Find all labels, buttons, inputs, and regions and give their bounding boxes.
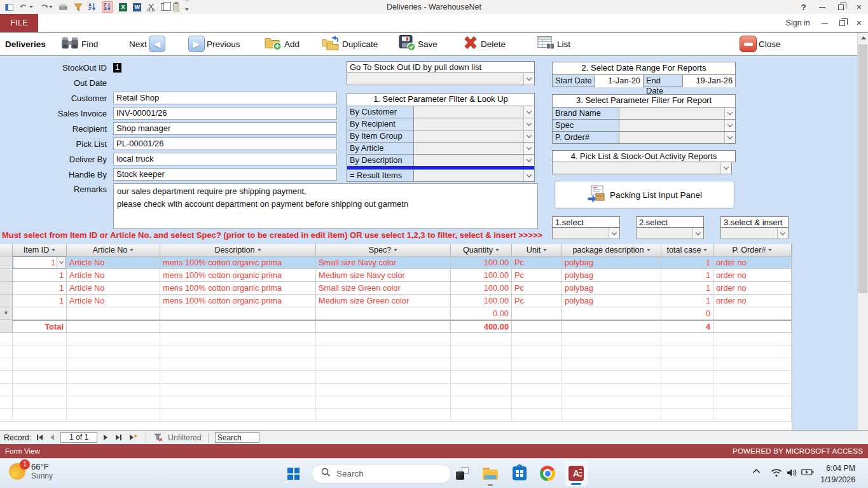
- grid-cell[interactable]: [316, 307, 451, 320]
- grid-cell[interactable]: 100.00: [451, 269, 512, 282]
- grid-cell[interactable]: order no: [713, 282, 792, 295]
- remarks-field[interactable]: our sales department require pre shippin…: [113, 183, 538, 229]
- column-header-description[interactable]: Description: [160, 244, 316, 256]
- chevron-down-icon[interactable]: [692, 228, 703, 239]
- grid-cell[interactable]: Small size Green color: [316, 282, 451, 295]
- chrome-button[interactable]: [539, 465, 556, 482]
- column-header-total-case[interactable]: total case: [661, 244, 713, 256]
- minimize-button[interactable]: [819, 7, 825, 8]
- grid-row[interactable]: 1 Article No mens 100% cotton organic pr…: [0, 295, 792, 307]
- pick-list-field[interactable]: PL-00001/26: [113, 137, 337, 150]
- vertical-scrollbar[interactable]: [857, 32, 868, 444]
- close-form-button[interactable]: Close: [740, 36, 781, 52]
- result-items-combo[interactable]: [414, 170, 534, 181]
- find-button[interactable]: Find: [60, 36, 98, 53]
- doc-minimize-button[interactable]: [822, 23, 828, 24]
- p-order-combo[interactable]: [619, 132, 735, 143]
- by-recipient-combo[interactable]: [414, 118, 534, 130]
- chevron-down-icon[interactable]: [523, 170, 534, 181]
- chevron-down-icon[interactable]: [724, 108, 735, 119]
- grid-cell[interactable]: Article No: [67, 269, 160, 282]
- grid-cell[interactable]: [512, 307, 562, 320]
- by-description-combo[interactable]: [414, 155, 534, 166]
- file-tab[interactable]: FILE: [0, 14, 38, 32]
- grid-row[interactable]: 1 Article No mens 100% cotton organic pr…: [0, 282, 792, 295]
- chevron-down-icon[interactable]: [523, 106, 534, 118]
- save-button[interactable]: Save: [399, 35, 437, 53]
- microsoft-store-button[interactable]: [511, 465, 528, 482]
- by-article-combo[interactable]: [414, 143, 534, 154]
- row-selector[interactable]: [0, 295, 13, 307]
- grid-cell[interactable]: 1: [661, 256, 713, 269]
- grid-cell[interactable]: 1: [13, 295, 67, 307]
- grid-cell[interactable]: Medium size Navy color: [316, 269, 451, 282]
- scroll-up-arrow[interactable]: [858, 32, 868, 43]
- list-button[interactable]: List: [537, 36, 570, 53]
- sales-invoice-field[interactable]: INV-00001/26: [113, 107, 337, 120]
- column-header-item-id[interactable]: Item ID: [13, 244, 67, 256]
- grid-cell[interactable]: mens 100% cotton organic prima: [160, 269, 316, 282]
- column-header-spec[interactable]: Spec?: [316, 244, 451, 256]
- first-record-button[interactable]: [35, 433, 44, 443]
- packing-list-button[interactable]: Packing List Input Panel: [555, 181, 734, 209]
- sign-in-link[interactable]: Sign in: [786, 18, 810, 27]
- column-header-p-order[interactable]: P. Order#: [713, 244, 792, 256]
- grid-cell[interactable]: Pc: [512, 256, 562, 269]
- filter-funnel-icon[interactable]: [153, 433, 164, 443]
- grid-cell[interactable]: 1: [661, 282, 713, 295]
- next-button[interactable]: Next ◀: [129, 36, 165, 52]
- grid-cell[interactable]: 100.00: [451, 256, 512, 269]
- tray-chevron-button[interactable]: [752, 468, 761, 474]
- task-view-button[interactable]: [454, 465, 471, 482]
- grid-cell[interactable]: mens 100% cotton organic prima: [160, 282, 316, 295]
- grid-cell[interactable]: Pc: [512, 269, 562, 282]
- chevron-down-icon[interactable]: [57, 257, 65, 268]
- grid-cell[interactable]: 1: [661, 269, 713, 282]
- column-header-quantity[interactable]: Quantity: [451, 244, 512, 256]
- grid-cell[interactable]: order no: [713, 256, 792, 269]
- row-selector[interactable]: [0, 269, 13, 282]
- stockout-id-value[interactable]: 1: [113, 63, 121, 73]
- chevron-down-icon[interactable]: [523, 73, 534, 85]
- grid-cell[interactable]: 1: [661, 295, 713, 307]
- deliver-by-field[interactable]: local truck: [113, 153, 337, 165]
- grid-cell[interactable]: [160, 307, 316, 320]
- recipient-field[interactable]: Shop manager: [113, 122, 337, 135]
- grid-cell[interactable]: polybag: [562, 295, 661, 307]
- chevron-down-icon[interactable]: [523, 130, 534, 142]
- column-header-unit[interactable]: Unit: [512, 244, 562, 256]
- goto-stockout-combo[interactable]: [347, 73, 535, 85]
- doc-restore-button[interactable]: [839, 20, 845, 26]
- grid-cell[interactable]: Pc: [512, 295, 562, 307]
- column-header-package[interactable]: package description: [562, 244, 661, 256]
- brand-name-combo[interactable]: [619, 108, 735, 119]
- taskbar-search[interactable]: [312, 464, 451, 484]
- delete-button[interactable]: Delete: [462, 36, 506, 53]
- grid-new-row[interactable]: * 0.00 0: [0, 307, 792, 320]
- chevron-down-icon[interactable]: [777, 228, 788, 239]
- add-button[interactable]: Add: [264, 36, 300, 53]
- filter-state-label[interactable]: Unfiltered: [168, 433, 202, 442]
- grid-cell[interactable]: Article No: [67, 256, 160, 269]
- grid-cell[interactable]: mens 100% cotton organic prima: [160, 256, 316, 269]
- grid-cell[interactable]: [13, 307, 67, 320]
- spec-combo[interactable]: [619, 120, 735, 131]
- handle-by-field[interactable]: Stock keeper: [113, 168, 337, 181]
- grid-cell[interactable]: order no: [713, 295, 792, 307]
- grid-cell[interactable]: 1: [13, 269, 67, 282]
- row-selector-header[interactable]: [0, 244, 13, 256]
- select3-combo[interactable]: [720, 228, 789, 239]
- taskbar-search-input[interactable]: [336, 469, 432, 478]
- record-position[interactable]: 1 of 1: [60, 432, 97, 443]
- grid-cell[interactable]: 100.00: [451, 295, 512, 307]
- chevron-down-icon[interactable]: [724, 120, 735, 131]
- grid-cell[interactable]: 1: [13, 256, 67, 269]
- grid-cell[interactable]: 1: [13, 282, 67, 295]
- previous-button[interactable]: ▶ Previous: [188, 36, 240, 52]
- grid-cell[interactable]: polybag: [562, 256, 661, 269]
- by-customer-combo[interactable]: [414, 106, 534, 118]
- chevron-down-icon[interactable]: [523, 143, 534, 154]
- access-button-active[interactable]: A: [565, 461, 588, 486]
- volume-icon[interactable]: [787, 468, 797, 477]
- chevron-down-icon[interactable]: [523, 155, 534, 166]
